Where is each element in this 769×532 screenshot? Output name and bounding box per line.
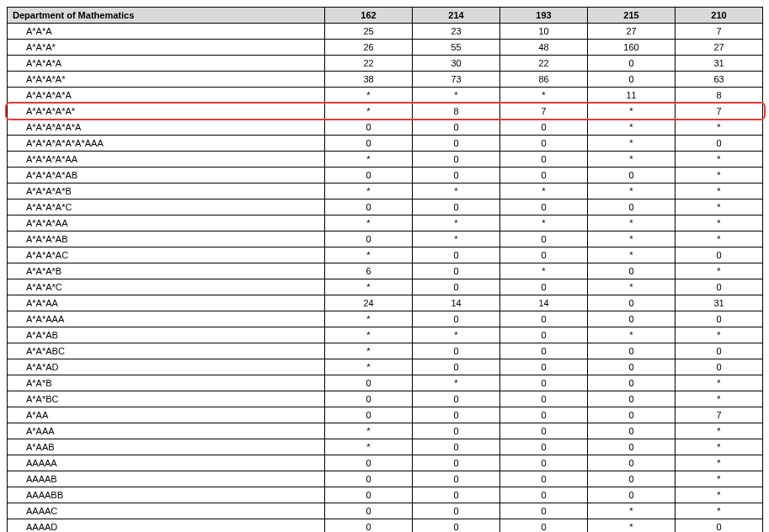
cell-value: * (676, 375, 763, 391)
row-label: A*A*A*AB (8, 231, 325, 247)
cell-value: 0 (500, 168, 588, 184)
table-wrap: Department of Mathematics 162 214 193 21… (7, 7, 763, 532)
table-row: A*A*A*AA***** (8, 215, 763, 231)
cell-value: * (325, 343, 413, 359)
table-row: A*AAA*000* (8, 423, 763, 439)
table-row: A*A*A*A*A*A000** (8, 120, 763, 136)
table-row: A*A*B0*00* (8, 375, 763, 391)
cell-value: 10 (500, 24, 588, 40)
cell-value: * (676, 184, 763, 200)
cell-value: 22 (500, 56, 588, 72)
cell-value: 23 (413, 24, 500, 40)
cell-value: 0 (325, 519, 413, 533)
cell-value: * (325, 359, 413, 375)
cell-value: 0 (325, 471, 413, 487)
cell-value: 0 (500, 423, 588, 439)
cell-value: * (676, 503, 763, 519)
table-row: A*A*AD*0000 (8, 359, 763, 375)
cell-value: * (676, 327, 763, 343)
cell-value: 0 (413, 200, 500, 215)
cell-value: 30 (413, 56, 500, 72)
row-label: A*A*A (8, 24, 325, 40)
table-row: A*A*ABC*0000 (8, 343, 763, 359)
cell-value: 0 (676, 279, 763, 295)
cell-value: 0 (676, 359, 763, 375)
cell-value: 24 (325, 295, 413, 311)
cell-value: * (325, 247, 413, 263)
cell-value: 0 (413, 407, 500, 423)
cell-value: 0 (500, 327, 588, 343)
table-row: A*AAB*000* (8, 439, 763, 455)
cell-value: 0 (588, 439, 676, 455)
cell-value: 7 (676, 104, 763, 120)
cell-value: 38 (325, 72, 413, 88)
cell-value: 0 (588, 359, 676, 375)
cell-value: 0 (325, 391, 413, 407)
row-label: A*A*A*A (8, 56, 325, 72)
cell-value: 0 (500, 439, 588, 455)
row-label: A*A*A*A*A*A*AAA (8, 136, 325, 152)
row-label: A*A*AA (8, 295, 325, 311)
row-label: AAAAC (8, 503, 325, 519)
header-col-4: 210 (676, 8, 763, 24)
table-row: AAAAA0000* (8, 455, 763, 471)
row-label: A*A*A*A*AB (8, 168, 325, 184)
row-label: A*A*BC (8, 391, 325, 407)
row-label: A*AAB (8, 439, 325, 455)
header-col-2: 193 (500, 8, 588, 24)
cell-value: 0 (413, 279, 500, 295)
cell-value: 86 (500, 72, 588, 88)
cell-value: * (588, 215, 676, 231)
row-label: A*AA (8, 407, 325, 423)
cell-value: * (325, 311, 413, 327)
cell-value: 0 (413, 168, 500, 184)
table-row: AAAABB0000* (8, 487, 763, 503)
cell-value: 0 (325, 168, 413, 184)
cell-value: * (500, 184, 588, 200)
cell-value: 0 (413, 423, 500, 439)
cell-value: 0 (500, 503, 588, 519)
table-row: A*AA00007 (8, 407, 763, 423)
row-label: A*A*A*A*A (8, 88, 325, 104)
cell-value: * (588, 519, 676, 533)
cell-value: 0 (588, 407, 676, 423)
cell-value: 0 (413, 519, 500, 533)
cell-value: * (676, 471, 763, 487)
table-row: A*A*A*B60*0* (8, 263, 763, 279)
cell-value: * (325, 423, 413, 439)
table-row: AAAAC000** (8, 503, 763, 519)
cell-value: * (325, 88, 413, 104)
row-label: A*A*AAA (8, 311, 325, 327)
cell-value: 0 (500, 311, 588, 327)
cell-value: 14 (500, 295, 588, 311)
cell-value: * (676, 487, 763, 503)
cell-value: 0 (588, 455, 676, 471)
cell-value: * (500, 88, 588, 104)
cell-value: * (676, 152, 763, 168)
data-table: Department of Mathematics 162 214 193 21… (7, 7, 763, 532)
cell-value: 0 (500, 487, 588, 503)
table-row: A*A*A*A223022031 (8, 56, 763, 72)
cell-value: 160 (588, 40, 676, 56)
table-row: A*A*A252310277 (8, 24, 763, 40)
table-row: A*A*AA241414031 (8, 295, 763, 311)
cell-value: 0 (588, 168, 676, 184)
cell-value: * (676, 200, 763, 215)
cell-value: 0 (500, 343, 588, 359)
row-label: A*A*A* (8, 40, 325, 56)
cell-value: 0 (676, 343, 763, 359)
cell-value: * (325, 215, 413, 231)
cell-value: 0 (588, 311, 676, 327)
cell-value: 0 (500, 471, 588, 487)
table-row: A*A*A*AC*00*0 (8, 247, 763, 263)
cell-value: 0 (413, 120, 500, 136)
row-label: A*A*A*AC (8, 247, 325, 263)
cell-value: * (588, 279, 676, 295)
cell-value: 0 (588, 471, 676, 487)
header-col-1: 214 (413, 8, 500, 24)
cell-value: 0 (325, 375, 413, 391)
cell-value: * (413, 215, 500, 231)
cell-value: * (588, 136, 676, 152)
table-row: A*A*A*A*387386063 (8, 72, 763, 88)
cell-value: 0 (676, 519, 763, 533)
